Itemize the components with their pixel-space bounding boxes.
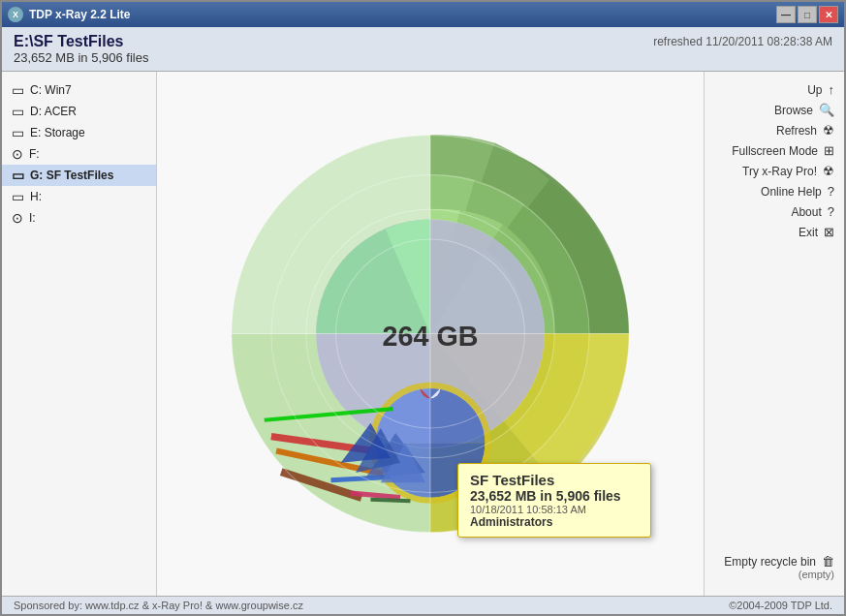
drive-e-icon: ▭ bbox=[12, 125, 24, 140]
title-bar: X TDP x-Ray 2.2 Lite — □ ✕ bbox=[2, 2, 844, 27]
drive-f[interactable]: ⊙ F: bbox=[2, 143, 156, 165]
tooltip-date: 10/18/2011 10:58:13 AM bbox=[470, 504, 639, 515]
empty-recycle-button[interactable]: Empty recycle bin 🗑 bbox=[714, 554, 834, 569]
action-refresh-label: Refresh bbox=[776, 124, 817, 138]
action-up-label: Up bbox=[807, 83, 822, 97]
tooltip: SF TestFiles 23,652 MB in 5,906 files 10… bbox=[457, 463, 651, 538]
title-controls: — □ ✕ bbox=[776, 6, 838, 23]
close-button[interactable]: ✕ bbox=[819, 6, 838, 23]
drive-c[interactable]: ▭ C: Win7 bbox=[2, 79, 156, 101]
app-icon: X bbox=[8, 7, 23, 22]
drive-i-label: I: bbox=[29, 211, 36, 225]
action-xray-pro[interactable]: Try x-Ray Pro! ☢ bbox=[705, 161, 844, 181]
main-window: X TDP x-Ray 2.2 Lite — □ ✕ refreshed 11/… bbox=[0, 0, 846, 616]
action-exit[interactable]: Exit ⊠ bbox=[705, 222, 844, 242]
header: refreshed 11/20/2011 08:28:38 AM E:\SF T… bbox=[2, 27, 844, 72]
browse-icon: 🔍 bbox=[819, 103, 834, 117]
drive-d-icon: ▭ bbox=[12, 104, 24, 119]
action-browse[interactable]: Browse 🔍 bbox=[705, 100, 844, 120]
action-fullscreen[interactable]: Fullscreen Mode ⊞ bbox=[705, 140, 844, 161]
action-browse-label: Browse bbox=[774, 104, 813, 117]
drive-h-icon: ▭ bbox=[12, 189, 24, 204]
file-count: 23,652 MB in 5,906 files bbox=[14, 50, 832, 65]
refresh-icon: ☢ bbox=[823, 123, 834, 138]
exit-icon: ⊠ bbox=[824, 225, 834, 239]
maximize-button[interactable]: □ bbox=[798, 6, 817, 23]
drive-c-label: C: Win7 bbox=[30, 83, 72, 97]
footer-sponsor: Sponsored by: www.tdp.cz & x-Ray Pro! & … bbox=[14, 600, 303, 611]
drive-i[interactable]: ⊙ I: bbox=[2, 207, 156, 229]
visualization-panel: 264 GB SnapFiles SF TestFiles 23,652 M bbox=[157, 72, 704, 596]
recycle-bin-label: Empty recycle bin bbox=[724, 555, 816, 569]
action-panel: Up ↑ Browse 🔍 Refresh ☢ Fullscreen Mode … bbox=[704, 72, 844, 596]
drive-d-label: D: ACER bbox=[30, 105, 77, 118]
footer: Sponsored by: www.tdp.cz & x-Ray Pro! & … bbox=[2, 596, 844, 614]
tooltip-title: SF TestFiles bbox=[470, 472, 639, 488]
help-icon: ? bbox=[828, 184, 834, 199]
drive-g[interactable]: ▭ G: SF TestFiles bbox=[2, 165, 156, 186]
action-about-label: About bbox=[791, 205, 821, 219]
xray-pro-icon: ☢ bbox=[823, 164, 834, 178]
drive-e[interactable]: ▭ E: Storage bbox=[2, 122, 156, 143]
recycle-section: Empty recycle bin 🗑 (empty) bbox=[705, 546, 844, 588]
footer-copyright: ©2004-2009 TDP Ltd. bbox=[729, 600, 832, 611]
drive-h[interactable]: ▭ H: bbox=[2, 186, 156, 207]
action-fullscreen-label: Fullscreen Mode bbox=[732, 144, 818, 158]
drive-f-label: F: bbox=[29, 147, 40, 161]
action-about[interactable]: About ? bbox=[705, 201, 844, 222]
window-title: TDP x-Ray 2.2 Lite bbox=[29, 8, 130, 21]
recycle-bin-icon: 🗑 bbox=[822, 554, 834, 569]
drive-g-label: G: SF TestFiles bbox=[30, 169, 113, 182]
action-online-help[interactable]: Online Help ? bbox=[705, 181, 844, 201]
action-xray-pro-label: Try x-Ray Pro! bbox=[742, 165, 817, 178]
tooltip-size: 23,652 MB in 5,906 files bbox=[470, 488, 639, 504]
about-icon: ? bbox=[828, 204, 834, 219]
title-bar-left: X TDP x-Ray 2.2 Lite bbox=[8, 7, 130, 22]
action-refresh[interactable]: Refresh ☢ bbox=[705, 120, 844, 140]
drive-d[interactable]: ▭ D: ACER bbox=[2, 101, 156, 122]
drive-e-label: E: Storage bbox=[30, 126, 85, 139]
fullscreen-icon: ⊞ bbox=[824, 143, 834, 158]
up-icon: ↑ bbox=[829, 82, 835, 97]
drive-list: ▭ C: Win7 ▭ D: ACER ▭ E: Storage ⊙ F: ▭ … bbox=[2, 72, 157, 596]
drive-i-icon: ⊙ bbox=[12, 210, 23, 226]
drive-c-icon: ▭ bbox=[12, 82, 24, 98]
main-content: ▭ C: Win7 ▭ D: ACER ▭ E: Storage ⊙ F: ▭ … bbox=[2, 72, 844, 596]
action-exit-label: Exit bbox=[799, 226, 818, 239]
drive-g-icon: ▭ bbox=[12, 168, 24, 183]
refresh-timestamp: refreshed 11/20/2011 08:28:38 AM bbox=[653, 35, 832, 48]
drive-f-icon: ⊙ bbox=[12, 146, 23, 162]
action-online-help-label: Online Help bbox=[761, 185, 822, 199]
recycle-status: (empty) bbox=[714, 569, 834, 580]
action-up[interactable]: Up ↑ bbox=[705, 79, 844, 100]
minimize-button[interactable]: — bbox=[776, 6, 796, 23]
tooltip-user: Administrators bbox=[470, 515, 639, 529]
drive-h-label: H: bbox=[30, 190, 42, 203]
